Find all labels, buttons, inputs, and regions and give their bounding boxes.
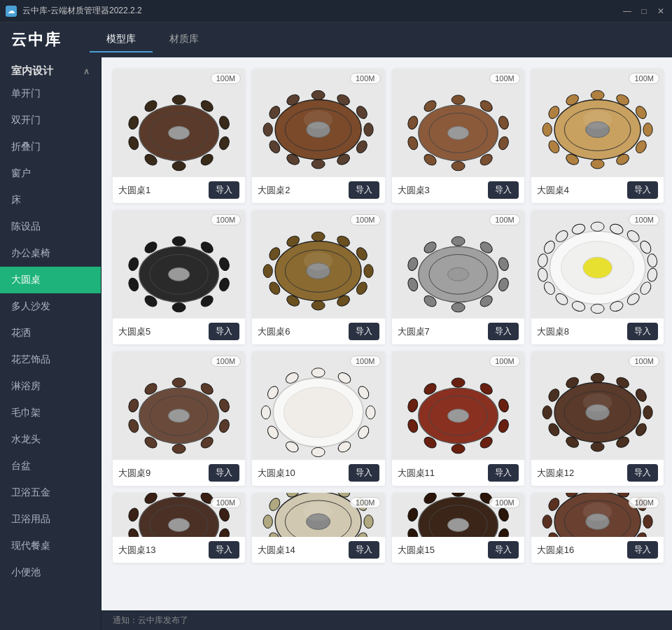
svg-point-209 — [451, 493, 465, 496]
sidebar-item-folding-door[interactable]: 折叠门 — [0, 134, 101, 160]
titlebar: ☁ 云中库-云端材质管理器2022.2.2 — □ ✕ — [0, 0, 672, 22]
sidebar-item-display[interactable]: 陈设品 — [0, 214, 101, 240]
import-button[interactable]: 导入 — [209, 181, 239, 199]
sidebar-item-faucet[interactable]: 水龙头 — [0, 426, 101, 453]
svg-point-3 — [172, 95, 186, 104]
import-button[interactable]: 导入 — [488, 181, 519, 199]
svg-point-196 — [364, 515, 373, 528]
svg-point-54 — [542, 122, 552, 136]
tab-model-library[interactable]: 模型库 — [90, 27, 153, 52]
svg-point-5 — [218, 115, 230, 130]
model-card-image: 100M — [113, 210, 245, 318]
svg-point-68 — [127, 276, 140, 292]
model-name: 大圆桌1 — [118, 184, 150, 197]
svg-point-66 — [172, 302, 186, 312]
svg-point-35 — [497, 135, 510, 150]
sidebar-item-basin[interactable]: 台盆 — [0, 453, 101, 479]
tab-material-library[interactable]: 材质库 — [153, 27, 216, 52]
import-button[interactable]: 导入 — [488, 323, 519, 340]
sidebar-item-urinal[interactable]: 小便池 — [0, 559, 101, 586]
model-card: 100M 大圆桌13 导入 — [113, 493, 245, 563]
svg-point-183 — [218, 527, 230, 537]
model-badge: 100M — [489, 497, 520, 508]
svg-point-90 — [451, 237, 465, 246]
model-card: 100M 大圆桌14 导入 — [252, 493, 384, 563]
sidebar-item-round-table[interactable]: 大圆桌 — [0, 267, 101, 293]
model-name: 大圆桌7 — [398, 326, 430, 338]
sidebar-item-window[interactable]: 窗户 — [0, 160, 101, 187]
sidebar-item-bathroom-supplies[interactable]: 卫浴用品 — [0, 506, 101, 533]
model-card-image: 100M — [252, 493, 384, 537]
sidebar-section-interior[interactable]: 室内设计 ∧ — [0, 57, 101, 80]
import-button[interactable]: 导入 — [488, 464, 519, 482]
import-button[interactable]: 导入 — [627, 181, 658, 199]
sidebar-item-sofa[interactable]: 多人沙发 — [0, 293, 101, 320]
model-card-footer: 大圆桌16 导入 — [531, 537, 664, 563]
svg-point-153 — [497, 398, 510, 413]
titlebar-title: 云中库-云端材质管理器2022.2.2 — [22, 5, 622, 17]
sidebar-item-shower[interactable]: 花洒 — [0, 320, 101, 346]
svg-point-126 — [218, 398, 230, 413]
sidebar-item-shower-room[interactable]: 淋浴房 — [0, 373, 101, 400]
svg-point-102 — [583, 257, 612, 278]
model-card-image: 100M — [113, 69, 245, 177]
svg-point-167 — [643, 405, 652, 419]
model-badge: 100M — [211, 497, 241, 508]
maximize-button[interactable]: □ — [638, 6, 650, 17]
model-card: 100M 大圆桌12 导入 — [531, 351, 664, 486]
import-button[interactable]: 导入 — [627, 464, 658, 482]
svg-point-83 — [263, 264, 272, 277]
svg-point-164 — [591, 373, 604, 382]
model-name: 大圆桌14 — [258, 544, 295, 556]
import-button[interactable]: 导入 — [349, 181, 379, 199]
svg-point-117 — [537, 253, 548, 268]
model-badge: 100M — [629, 214, 659, 225]
sidebar-item-double-door[interactable]: 双开门 — [0, 107, 101, 134]
svg-point-159 — [406, 398, 419, 413]
sidebar-item-bed[interactable]: 床 — [0, 187, 101, 214]
model-card-image: 100M — [252, 69, 384, 177]
svg-point-89 — [447, 267, 468, 281]
svg-point-98 — [406, 256, 419, 272]
import-button[interactable]: 导入 — [627, 541, 658, 559]
main-area: 100M 大圆桌1 导入 100M 大圆桌2 导入 — [102, 57, 672, 630]
svg-point-86 — [304, 252, 333, 270]
svg-point-131 — [127, 418, 140, 433]
svg-point-69 — [127, 256, 140, 272]
model-card: 100M 大圆桌5 导入 — [113, 210, 245, 344]
model-name: 大圆桌12 — [537, 467, 574, 479]
sidebar-item-office-chair[interactable]: 办公桌椅 — [0, 240, 101, 267]
svg-point-150 — [447, 409, 468, 422]
close-button[interactable]: ✕ — [655, 6, 666, 17]
svg-point-127 — [218, 418, 230, 433]
model-card-image: 100M — [392, 69, 524, 177]
svg-point-205 — [304, 503, 333, 521]
sidebar-item-modern-dining[interactable]: 现代餐桌 — [0, 533, 101, 559]
svg-point-158 — [406, 418, 419, 433]
sidebar-item-towel-rack[interactable]: 毛巾架 — [0, 400, 101, 426]
svg-point-142 — [312, 447, 325, 456]
import-button[interactable]: 导入 — [209, 541, 239, 559]
model-name: 大圆桌13 — [118, 544, 155, 556]
chevron-up-icon: ∧ — [83, 66, 90, 76]
model-card: 100M 大圆桌3 导入 — [392, 69, 524, 203]
sidebar-item-floral[interactable]: 花艺饰品 — [0, 346, 101, 373]
import-button[interactable]: 导入 — [349, 541, 379, 559]
svg-point-40 — [406, 115, 419, 130]
svg-point-145 — [262, 405, 271, 419]
svg-point-234 — [583, 503, 612, 521]
import-button[interactable]: 导入 — [349, 464, 379, 482]
import-button[interactable]: 导入 — [488, 541, 519, 559]
model-card-footer: 大圆桌4 导入 — [531, 177, 664, 203]
svg-point-208 — [447, 518, 468, 531]
svg-point-95 — [451, 302, 465, 312]
sidebar-item-bathroom-hardware[interactable]: 卫浴五金 — [0, 479, 101, 506]
import-button[interactable]: 导入 — [627, 323, 658, 340]
window-controls: — □ ✕ — [622, 6, 666, 17]
minimize-button[interactable]: — — [622, 6, 633, 17]
import-button[interactable]: 导入 — [209, 464, 239, 482]
import-button[interactable]: 导入 — [209, 323, 239, 340]
sidebar-item-single-door[interactable]: 单开门 — [0, 80, 101, 107]
import-button[interactable]: 导入 — [349, 323, 379, 340]
svg-point-135 — [284, 387, 353, 438]
